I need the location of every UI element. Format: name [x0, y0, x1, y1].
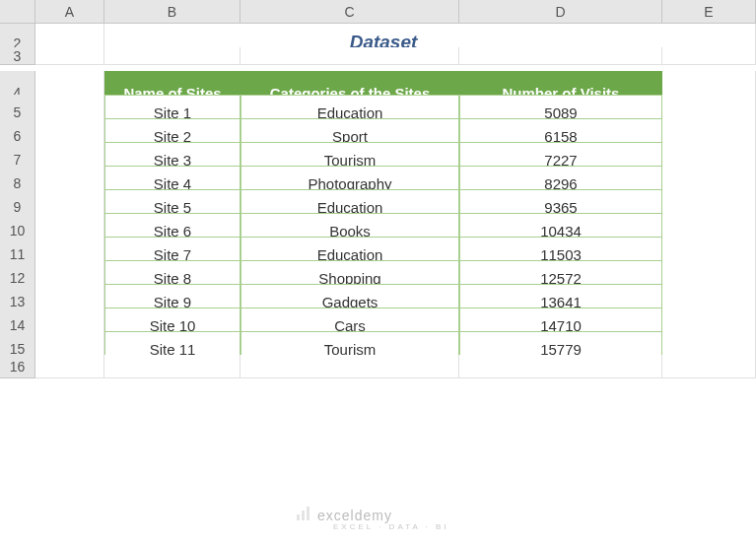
cell-B3[interactable]	[104, 47, 241, 65]
svg-rect-2	[307, 507, 309, 520]
cell-A16[interactable]	[35, 355, 104, 378]
corner-cell[interactable]	[0, 0, 35, 24]
row-header-3[interactable]: 3	[0, 47, 35, 65]
cell-C16[interactable]	[241, 355, 459, 378]
watermark-sub: EXCEL · DATA · BI	[333, 522, 449, 531]
cell-E3[interactable]	[662, 47, 756, 65]
chart-icon	[296, 506, 313, 524]
col-header-C[interactable]: C	[241, 0, 459, 24]
cell-E16[interactable]	[662, 355, 756, 378]
cell-D16[interactable]	[459, 355, 662, 378]
col-header-B[interactable]: B	[104, 0, 241, 24]
cell-D3[interactable]	[459, 47, 662, 65]
cell-C3[interactable]	[241, 47, 459, 65]
spreadsheet: A B C D E 2 Dataset 3 4 Name of Sites Ca…	[0, 0, 756, 378]
col-header-E[interactable]: E	[662, 0, 756, 24]
watermark-text: exceldemy	[317, 508, 392, 523]
svg-rect-1	[302, 511, 305, 520]
col-header-D[interactable]: D	[459, 0, 662, 24]
row-header-16[interactable]: 16	[0, 355, 35, 378]
svg-rect-0	[297, 514, 300, 520]
cell-B16[interactable]	[104, 355, 241, 378]
col-header-A[interactable]: A	[35, 0, 104, 24]
cell-A3[interactable]	[35, 47, 104, 65]
